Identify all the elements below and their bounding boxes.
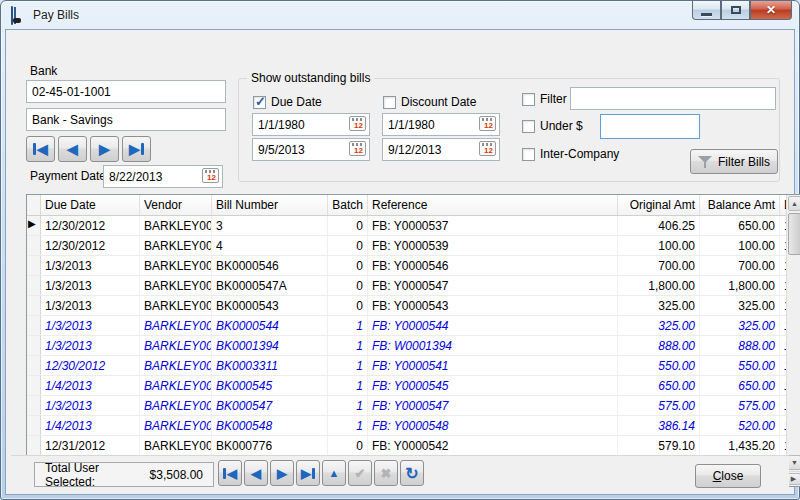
status-bar: Total User Selected: $3,508.00 Close [11, 455, 789, 489]
discount-date-label: Discount Date [401, 95, 476, 109]
header-reference[interactable]: Reference [368, 195, 618, 215]
table-row[interactable]: 1/4/2013BARKLEY001BK0005451FB: Y00005456… [27, 376, 786, 396]
window-title: Pay Bills [33, 8, 79, 22]
grid-first-button[interactable] [218, 460, 242, 486]
table-cell: 0 [328, 276, 368, 295]
last-record-icon [301, 467, 311, 480]
discount-date-checkbox[interactable] [383, 96, 396, 109]
table-cell: BK000548 [212, 416, 328, 435]
table-cell: 0 [328, 296, 368, 315]
row-selector [27, 396, 41, 415]
refresh-icon [405, 464, 418, 483]
table-cell: 406.25 [618, 216, 700, 235]
grid-previous-button[interactable] [244, 460, 268, 486]
due-date-checkbox[interactable] [253, 96, 266, 109]
due-date-to-field[interactable]: 9/5/2013 [252, 138, 370, 161]
table-cell: 1 [328, 396, 368, 415]
bank-first-button[interactable] [26, 136, 55, 162]
bank-name-field[interactable]: Bank - Savings [26, 108, 226, 131]
bank-previous-button[interactable] [58, 136, 87, 162]
group-title: Show outstanding bills [247, 71, 374, 85]
previous-record-icon [67, 142, 78, 156]
minimize-icon [701, 13, 712, 16]
header-due-date[interactable]: Due Date [41, 195, 140, 215]
header-bill-number[interactable]: Bill Number [212, 195, 328, 215]
table-cell: BK000776 [212, 436, 328, 455]
table-cell: 325.00 [618, 296, 700, 315]
table-row[interactable]: 12/30/2012BARKLEY00140FB: Y0000539100.00… [27, 236, 786, 256]
bank-next-button[interactable] [90, 136, 119, 162]
grid-next-button[interactable] [270, 460, 294, 486]
table-cell: 1 [328, 316, 368, 335]
table-row[interactable]: 12/31/2012BARKLEY001BK0007760FB: Y000054… [27, 436, 786, 456]
filter-bills-button[interactable]: Filter Bills [690, 149, 778, 174]
table-cell: 550.00 [700, 356, 780, 375]
table-cell: 100.00 [700, 236, 780, 255]
pay-bills-window: Pay Bills ✕ Bank 02-45-01-1001 Bank - Sa… [0, 0, 800, 500]
table-row[interactable]: 1/3/2013BARKLEY001BK0005471FB: Y00005475… [27, 396, 786, 416]
table-row[interactable]: 1/3/2013BARKLEY001BK00005430FB: Y0000543… [27, 296, 786, 316]
table-cell: FB: Y0000547 [368, 276, 618, 295]
table-row[interactable]: ▶12/30/2012BARKLEY00130FB: Y0000537406.2… [27, 216, 786, 236]
scroll-up-icon[interactable] [788, 196, 800, 211]
table-cell: 575.00 [700, 396, 780, 415]
table-row[interactable]: 1/3/2013BARKLEY001BK0000547A0FB: Y000054… [27, 276, 786, 296]
accept-button[interactable] [348, 460, 372, 486]
bills-grid: Due Date Vendor Bill Number Batch Refere… [26, 194, 800, 487]
table-cell: 888.00 [700, 336, 780, 355]
calendar-icon[interactable] [479, 141, 496, 156]
last-record-icon [129, 142, 140, 156]
table-cell: 1/3/2013 [41, 296, 140, 315]
grid-last-button[interactable] [296, 460, 320, 486]
table-row[interactable]: 1/3/2013BARKLEY001BK00005441FB: Y0000544… [27, 316, 786, 336]
close-button[interactable]: Close [695, 464, 761, 488]
under-amount-input[interactable] [600, 114, 700, 139]
maximize-button[interactable] [721, 1, 750, 20]
table-cell: 12/30/2012 [41, 236, 140, 255]
payment-date-field[interactable]: 8/22/2013 [103, 165, 223, 188]
inter-company-checkbox[interactable] [522, 148, 535, 161]
table-row[interactable]: 1/4/2013BARKLEY001BK0005481FB: Y00005483… [27, 416, 786, 436]
table-cell: 1/3/2013 [41, 396, 140, 415]
close-window-button[interactable]: ✕ [750, 1, 792, 20]
table-cell: 1/3/2013 [41, 276, 140, 295]
calendar-icon[interactable] [349, 116, 366, 131]
header-batch[interactable]: Batch [328, 195, 368, 215]
vertical-scrollbar[interactable] [786, 195, 800, 471]
calendar-icon[interactable] [479, 116, 496, 131]
header-vendor[interactable]: Vendor [140, 195, 212, 215]
table-cell: 325.00 [618, 316, 700, 335]
bank-last-button[interactable] [122, 136, 151, 162]
bank-account-field[interactable]: 02-45-01-1001 [26, 80, 226, 103]
table-row[interactable]: 1/3/2013BARKLEY001BK00013941FB: W0001394… [27, 336, 786, 356]
table-cell: FB: Y0000542 [368, 436, 618, 455]
table-cell: 888.00 [618, 336, 700, 355]
titlebar[interactable]: Pay Bills [1, 1, 799, 29]
grid-body: ▶12/30/2012BARKLEY00130FB: Y0000537406.2… [27, 216, 786, 471]
payment-date-label: Payment Date [30, 169, 106, 183]
discount-date-from-field[interactable]: 1/1/1980 [382, 113, 500, 136]
table-cell: 650.00 [618, 376, 700, 395]
scroll-down-icon[interactable] [788, 455, 800, 470]
filter-input[interactable] [570, 87, 776, 110]
vertical-scroll-thumb[interactable] [788, 213, 800, 255]
row-selector [27, 376, 41, 395]
discount-date-to-field[interactable]: 9/12/2013 [382, 138, 500, 161]
header-balance-amt[interactable]: Balance Amt [700, 195, 780, 215]
minimize-button[interactable] [692, 1, 721, 20]
move-up-button[interactable] [322, 460, 346, 486]
table-row[interactable]: 12/30/2012BARKLEY001BK00033111FB: Y00005… [27, 356, 786, 376]
refresh-button[interactable] [400, 460, 424, 486]
table-cell: 12/31/2012 [41, 436, 140, 455]
due-date-from-field[interactable]: 1/1/1980 [252, 113, 370, 136]
table-cell: BARKLEY001 [140, 276, 212, 295]
table-row[interactable]: 1/3/2013BARKLEY001BK00005460FB: Y0000546… [27, 256, 786, 276]
table-cell: 12/30/2012 [41, 216, 140, 235]
calendar-icon[interactable] [202, 168, 219, 183]
header-original-amt[interactable]: Original Amt [618, 195, 700, 215]
filter-checkbox[interactable] [522, 93, 535, 106]
calendar-icon[interactable] [349, 141, 366, 156]
row-selector [27, 276, 41, 295]
under-amount-checkbox[interactable] [522, 120, 535, 133]
cancel-button[interactable] [374, 460, 398, 486]
